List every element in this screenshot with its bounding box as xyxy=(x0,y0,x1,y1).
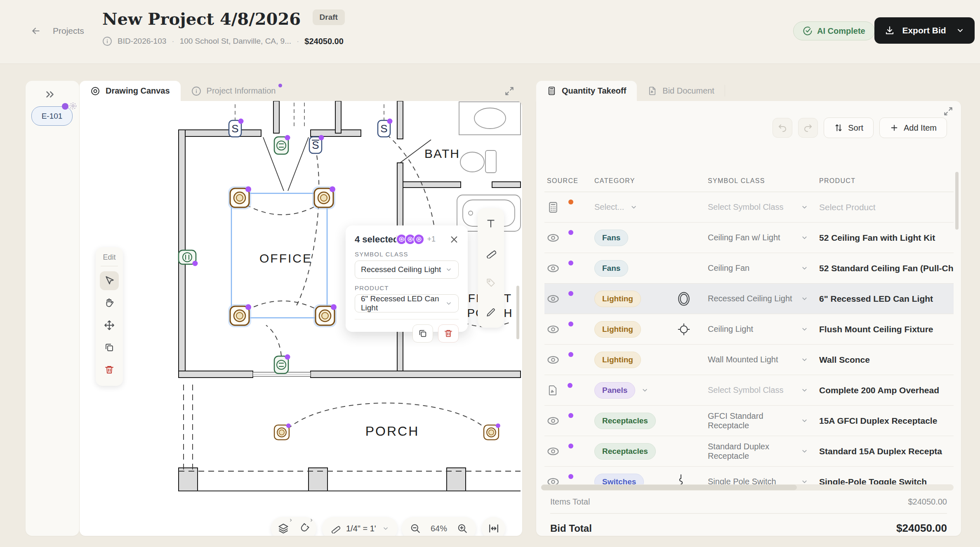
gfci-receptacle-symbol[interactable] xyxy=(274,354,290,374)
edit-toolbar: Edit xyxy=(96,247,123,386)
snap-button[interactable] xyxy=(298,523,310,534)
product-cell[interactable]: Standard 15A Duplex Recepta xyxy=(819,446,954,456)
expand-canvas-icon[interactable] xyxy=(504,86,515,96)
recessed-light-symbol[interactable] xyxy=(274,423,291,440)
recessed-light-symbol[interactable] xyxy=(484,423,500,440)
select-tool-button[interactable] xyxy=(100,271,119,290)
zoom-out-icon[interactable] xyxy=(410,523,421,534)
product-cell[interactable]: 6" Recessed LED Can Light xyxy=(819,294,954,304)
source-cell xyxy=(547,415,594,427)
table-row[interactable]: Select... Select Symbol Class Select Pro… xyxy=(544,192,954,223)
product-cell[interactable]: 15A GFCI Duplex Receptacle xyxy=(819,416,954,426)
eye-icon xyxy=(547,323,559,336)
tab-bid-document[interactable]: Bid Document xyxy=(637,81,725,101)
switch-symbol[interactable]: S xyxy=(229,119,244,137)
table-row[interactable]: PanelsSelect Symbol Class Complete 200 A… xyxy=(544,375,954,406)
fit-width-button[interactable] xyxy=(482,517,505,536)
symbol-class-select[interactable]: Ceiling Fan w/ Light xyxy=(708,233,819,242)
expand-sidebar-icon[interactable] xyxy=(44,88,56,101)
category-cell[interactable]: Lighting xyxy=(594,352,677,368)
chevron-down-icon xyxy=(801,203,808,211)
table-row[interactable]: LightingCeiling Light Flush Mount Ceilin… xyxy=(544,314,954,345)
category-cell[interactable]: Lighting xyxy=(594,321,677,338)
product-cell[interactable]: Complete 200 Amp Overhead xyxy=(819,385,954,395)
category-cell[interactable]: Receptacles xyxy=(594,443,677,460)
gfci-receptacle-symbol[interactable] xyxy=(274,135,290,155)
text-tool-button[interactable] xyxy=(481,214,500,233)
switch-symbol[interactable]: S xyxy=(309,135,324,154)
category-cell[interactable]: Select... xyxy=(594,202,677,212)
chevron-down-icon[interactable] xyxy=(630,203,638,211)
gfci-receptacle-symbol[interactable] xyxy=(179,250,198,266)
close-icon[interactable] xyxy=(450,235,459,244)
symbol-class-select[interactable]: Wall Mounted Light xyxy=(708,355,819,364)
chevron-down-icon[interactable] xyxy=(956,26,964,35)
table-vertical-scrollbar[interactable] xyxy=(955,172,959,230)
tab-drawing-canvas[interactable]: Drawing Canvas xyxy=(80,81,181,101)
scale-control[interactable]: 1/4" = 1' xyxy=(322,517,398,536)
recessed-light-symbol[interactable] xyxy=(230,304,251,325)
undo-button[interactable] xyxy=(773,118,792,138)
category-cell[interactable]: Lighting xyxy=(594,291,677,307)
switch-symbol[interactable]: S xyxy=(378,119,393,137)
symbol-class-select[interactable]: Select Symbol Class xyxy=(708,385,819,395)
layers-button[interactable] xyxy=(278,523,289,534)
measure-tool-button[interactable] xyxy=(481,244,500,263)
symbol-class-select[interactable]: Ceiling Fan xyxy=(708,263,819,273)
recessed-light-symbol[interactable] xyxy=(316,304,337,325)
tag-tool-button[interactable] xyxy=(481,273,500,292)
table-horizontal-scrollbar[interactable] xyxy=(541,484,954,491)
takeoff-panel: Quantity Takeoff Bid Document Sort Add I… xyxy=(536,81,961,536)
items-total-label: Items Total xyxy=(550,497,590,507)
add-item-button[interactable]: Add Item xyxy=(879,117,947,138)
duplicate-tool-button[interactable] xyxy=(100,338,119,357)
export-bid-button[interactable]: Export Bid xyxy=(874,17,975,44)
symbol-class-label: SYMBOL CLASS xyxy=(355,251,459,258)
table-row[interactable]: LightingRecessed Ceiling Light 6" Recess… xyxy=(544,284,954,314)
product-cell[interactable]: Flush Mount Ceiling Fixture xyxy=(819,324,954,334)
product-cell[interactable]: 52 Ceiling Fan with Light Kit xyxy=(819,233,954,243)
chevron-down-icon[interactable] xyxy=(641,386,649,394)
delete-selection-button[interactable] xyxy=(438,324,459,343)
category-cell[interactable]: Receptacles xyxy=(594,413,677,429)
delete-tool-button[interactable] xyxy=(100,360,119,379)
symbol-class-select[interactable]: GFCI Standard Receptacle xyxy=(708,411,819,430)
status-dot xyxy=(568,474,573,479)
draw-tool-button[interactable] xyxy=(481,303,500,322)
product-cell[interactable]: Select Product xyxy=(819,202,954,212)
move-tool-button[interactable] xyxy=(100,316,119,335)
table-row[interactable]: ReceptaclesStandard Duplex Receptacle St… xyxy=(544,436,954,467)
zoom-in-icon[interactable] xyxy=(457,523,468,534)
product-cell[interactable]: 52 Standard Ceiling Fan (Pull-Ch xyxy=(819,263,954,273)
table-row[interactable]: FansCeiling Fan 52 Standard Ceiling Fan … xyxy=(544,253,954,284)
symbol-class-select[interactable]: Ceiling Light xyxy=(708,324,819,334)
table-row[interactable]: LightingWall Mounted Light Wall Sconce xyxy=(544,345,954,375)
category-cell[interactable]: Fans xyxy=(594,260,677,277)
category-cell[interactable]: Fans xyxy=(594,230,677,246)
table-row[interactable]: ReceptaclesGFCI Standard Receptacle 15A … xyxy=(544,406,954,436)
info-icon[interactable] xyxy=(102,36,112,46)
duplicate-selection-button[interactable] xyxy=(412,324,433,343)
back-arrow-icon[interactable] xyxy=(31,26,41,36)
expand-panel-icon[interactable] xyxy=(943,106,954,117)
symbol-class-select[interactable]: Standard Duplex Receptacle xyxy=(708,442,819,461)
pan-tool-button[interactable] xyxy=(100,293,119,312)
drawing-canvas[interactable]: S S S OFFICE BATH PORCH FRONT PORCH GFCI… xyxy=(80,101,522,536)
product-select[interactable]: 6" Recessed LED Can Light xyxy=(355,294,459,312)
recessed-light-symbol[interactable] xyxy=(314,186,335,207)
redo-button[interactable] xyxy=(798,118,818,138)
sort-button[interactable]: Sort xyxy=(824,117,874,138)
symbol-class-select[interactable]: Recessed Ceiling Light xyxy=(708,294,819,303)
symbol-class-select[interactable]: Recessed Ceiling Light xyxy=(355,261,459,279)
product-cell[interactable]: Wall Sconce xyxy=(819,355,954,365)
category-cell[interactable]: Panels xyxy=(594,382,677,399)
recessed-light-symbol[interactable] xyxy=(230,186,251,207)
table-body: Select... Select Symbol Class Select Pro… xyxy=(544,192,954,493)
tab-project-information[interactable]: Project Information xyxy=(181,81,287,101)
canvas-scrollbar[interactable] xyxy=(516,286,519,339)
symbol-class-select[interactable]: Select Symbol Class xyxy=(708,202,819,212)
tab-quantity-takeoff[interactable]: Quantity Takeoff xyxy=(536,81,637,101)
back-link[interactable]: Projects xyxy=(53,26,84,36)
table-row[interactable]: FansCeiling Fan w/ Light 52 Ceiling Fan … xyxy=(544,223,954,253)
fit-width-icon xyxy=(488,523,499,534)
